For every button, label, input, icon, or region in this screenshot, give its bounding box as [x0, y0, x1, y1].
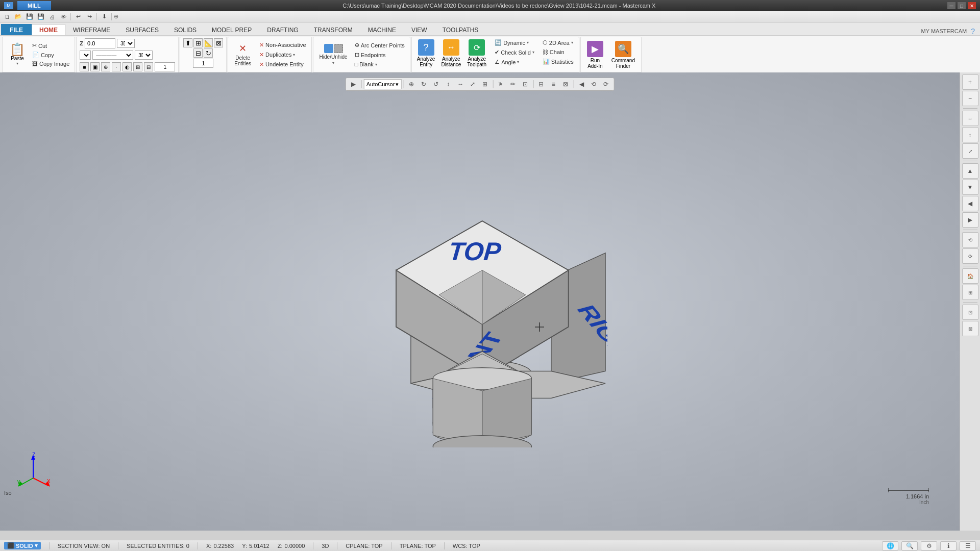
org-btn-3[interactable]: 📐 — [204, 38, 213, 47]
attr-extra-button[interactable]: ⊟ — [144, 62, 153, 71]
analyze-distance-button[interactable]: ↔ AnalyzeDistance — [439, 38, 463, 68]
help-icon[interactable]: ? — [971, 27, 975, 35]
analyze-toolpath-button[interactable]: ⟳ AnalyzeToolpath — [465, 38, 488, 68]
sidebar-btn-13[interactable]: ⊞ — [962, 285, 978, 300]
sidebar-btn-7[interactable]: ▼ — [962, 180, 978, 195]
save-button[interactable]: 💾 — [24, 12, 35, 21]
vp-btn-11[interactable]: ⊟ — [535, 79, 547, 89]
status-zoom-button[interactable]: 🔍 — [901, 541, 918, 550]
redo-button[interactable]: ↪ — [84, 12, 94, 21]
vp-btn-1[interactable]: ⊕ — [406, 79, 417, 89]
tab-home[interactable]: HOME — [32, 24, 65, 35]
tab-model-prep[interactable]: MODEL PREP — [204, 24, 259, 35]
sidebar-btn-10[interactable]: ⟲ — [962, 232, 978, 247]
undo-button[interactable]: ↩ — [73, 12, 83, 21]
status-extra-button[interactable]: ☰ — [960, 541, 976, 550]
color-button[interactable]: ■ — [80, 62, 89, 71]
sidebar-btn-11[interactable]: ⟳ — [962, 248, 978, 264]
z-input[interactable] — [85, 38, 115, 48]
sidebar-btn-15[interactable]: ⊠ — [962, 321, 978, 336]
duplicates-button[interactable]: ✕ Duplicates ▾ — [257, 51, 308, 59]
sidebar-btn-14[interactable]: ⊡ — [962, 305, 978, 320]
chain-button[interactable]: ⛓ Chain — [541, 48, 576, 56]
organize-level-input[interactable] — [193, 59, 213, 68]
new-button[interactable]: 🗋 — [2, 12, 12, 21]
tab-toolpaths[interactable]: TOOLPATHS — [435, 24, 486, 35]
vp-btn-12[interactable]: ≡ — [548, 79, 559, 89]
sidebar-btn-4[interactable]: ↕ — [962, 127, 978, 142]
status-globe-button[interactable]: 🌐 — [882, 541, 898, 550]
save-some-button[interactable]: 💾 — [36, 12, 46, 21]
sidebar-btn-3[interactable]: ↔ — [962, 111, 978, 126]
layer-color-button[interactable]: ▣ — [90, 62, 100, 71]
vp-btn-16[interactable]: ⟳ — [600, 79, 611, 89]
sidebar-btn-5[interactable]: ⤢ — [962, 143, 978, 159]
analyze-entity-button[interactable]: ? AnalyzeEntity — [415, 38, 437, 68]
org-btn-5[interactable]: ⊟ — [193, 48, 203, 58]
vp-btn-8[interactable]: 🖱 — [495, 79, 506, 89]
status-settings-button[interactable]: ⚙ — [921, 541, 937, 550]
sidebar-btn-minus[interactable]: − — [962, 91, 978, 106]
org-btn-6[interactable]: ↻ — [204, 48, 213, 58]
vp-btn-13[interactable]: ⊠ — [560, 79, 571, 89]
shading-button[interactable]: ◐ — [122, 62, 132, 71]
vp-btn-6[interactable]: ⤢ — [467, 79, 478, 89]
check-solid-button[interactable]: ✔ Check Solid ▾ — [493, 48, 536, 57]
tab-view[interactable]: VIEW — [404, 24, 435, 35]
tab-wireframe[interactable]: WIREFRAME — [65, 24, 118, 35]
vp-btn-4[interactable]: ↕ — [443, 79, 454, 89]
org-btn-2[interactable]: ⊞ — [193, 38, 203, 47]
undelete-button[interactable]: ✕ Undelete Entity — [257, 60, 308, 69]
vp-btn-10[interactable]: ⊡ — [520, 79, 531, 89]
vp-btn-7[interactable]: ⊞ — [479, 79, 491, 89]
2d-area-button[interactable]: ⬡ 2D Area ▾ — [541, 38, 576, 47]
endpoints-button[interactable]: ⊡ Endpoints — [353, 51, 407, 59]
tab-drafting[interactable]: DRAFTING — [259, 24, 306, 35]
statistics-button[interactable]: 📊 Statistics — [541, 57, 576, 66]
vp-play-button[interactable]: ▶ — [348, 79, 359, 89]
org-btn-4[interactable]: ⊠ — [214, 38, 223, 47]
view-select[interactable]: 3D — [117, 39, 135, 48]
dynamic-button[interactable]: 🔄 Dynamic ▾ — [493, 38, 536, 47]
close-button[interactable]: ✕ — [968, 2, 976, 9]
print-button[interactable]: 🖨 — [47, 12, 57, 21]
sidebar-btn-9[interactable]: ▶ — [962, 212, 978, 228]
vp-btn-9[interactable]: ✏ — [507, 79, 519, 89]
hide-unhide-button[interactable]: Hide/Unhide ▾ — [316, 39, 351, 70]
org-btn-1[interactable]: ⬆ — [183, 38, 192, 47]
arc-center-points-button[interactable]: ⊕ Arc Center Points — [353, 41, 407, 49]
sidebar-btn-12[interactable]: 🏠 — [962, 268, 978, 284]
vp-btn-15[interactable]: ⟲ — [588, 79, 599, 89]
autocursor-dropdown[interactable]: AutoCursor ▾ — [364, 79, 402, 89]
solid-button[interactable]: ⬛ SOLID ▾ — [4, 542, 41, 549]
sidebar-btn-plus[interactable]: + — [962, 74, 978, 90]
more-attr-button[interactable]: ⊞ — [133, 62, 142, 71]
tab-solids[interactable]: SOLIDS — [166, 24, 204, 35]
vp-btn-3[interactable]: ↺ — [430, 79, 442, 89]
non-associative-button[interactable]: ✕ Non-Associative — [257, 41, 308, 49]
run-addin-button[interactable]: ▶ RunAdd-In — [584, 39, 606, 70]
tab-file[interactable]: FILE — [1, 24, 32, 35]
viewport[interactable]: ▶ AutoCursor ▾ ⊕ ↻ ↺ ↕ ↔ ⤢ ⊞ 🖱 ✏ ⊡ ⊟ ≡ ⊠… — [0, 72, 960, 531]
vp-btn-2[interactable]: ↻ — [418, 79, 429, 89]
verify-button[interactable]: 👁 — [58, 12, 68, 21]
open-button[interactable]: 📂 — [13, 12, 23, 21]
point-style-button[interactable]: ⊕ — [101, 62, 110, 71]
paste-button[interactable]: 📋 Paste ▾ — [6, 39, 29, 70]
level-input[interactable] — [155, 62, 175, 71]
vp-btn-14[interactable]: ◀ — [576, 79, 587, 89]
line-style-select[interactable]: ———— — [92, 51, 133, 60]
tab-transform[interactable]: TRANSFORM — [306, 24, 360, 35]
delete-entities-button[interactable]: ✕ DeleteEntities — [231, 39, 254, 70]
vp-btn-5[interactable]: ↔ — [455, 79, 466, 89]
line-width-select[interactable]: 3D — [135, 51, 153, 60]
status-info-button[interactable]: ℹ — [940, 541, 957, 550]
sidebar-btn-6[interactable]: ▲ — [962, 163, 978, 179]
copy-button[interactable]: 📄 Copy — [30, 51, 71, 59]
angle-button[interactable]: ∠ Angle ▾ — [493, 58, 536, 66]
line-color-select[interactable]: ○ — [80, 51, 91, 60]
sidebar-btn-8[interactable]: ◀ — [962, 196, 978, 211]
maximize-button[interactable]: □ — [958, 2, 966, 9]
copy-image-button[interactable]: 🖼 Copy Image — [30, 60, 71, 68]
tab-machine[interactable]: MACHINE — [360, 24, 404, 35]
